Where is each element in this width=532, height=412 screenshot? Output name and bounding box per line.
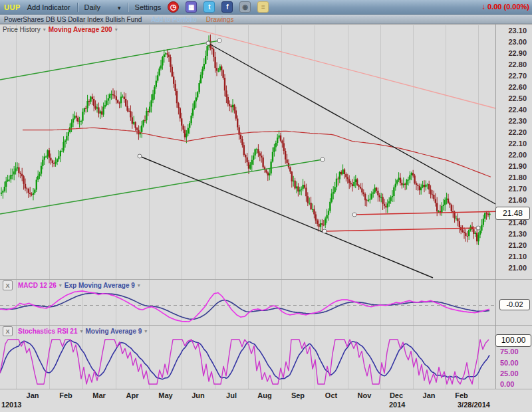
chevron-down-icon: ▾ xyxy=(80,328,82,334)
stoch-axis-label: 0.00 xyxy=(500,380,531,388)
price-axis-label: 21.90 xyxy=(496,162,527,170)
price-axis-label: 21.10 xyxy=(496,253,527,260)
macd-panel-header: X MACD 12 26 ▾ Exp Moving Average 9 ▾ xyxy=(3,280,140,290)
green-lower-channel-handle[interactable] xyxy=(321,157,325,161)
panel-divider xyxy=(0,24,532,25)
stoch-axis-label: 75.00 xyxy=(500,348,531,356)
tc2000-window: UUP Add Indicator Daily▾ Settings ◷ ▦ t … xyxy=(0,0,532,412)
price-axis-label: 22.00 xyxy=(496,151,527,159)
panel-divider xyxy=(0,389,532,389)
green-lower-channel[interactable] xyxy=(0,159,323,214)
last-price-badge: 21.48 xyxy=(495,207,530,220)
price-axis-label: 21.70 xyxy=(496,185,527,193)
price-axis-label: 23.10 xyxy=(496,27,527,35)
red-horizontal-lower-handle[interactable] xyxy=(323,229,327,233)
macd-signal-dropdown[interactable]: Exp Moving Average 9 xyxy=(65,282,135,289)
price-axis-label: 22.60 xyxy=(496,83,527,91)
chevron-down-icon: ▾ xyxy=(43,27,46,33)
green-upper-channel-handle[interactable] xyxy=(217,39,221,43)
price-axis-label: 22.10 xyxy=(496,140,527,148)
price-axis-label: 22.70 xyxy=(496,72,527,80)
macd-dropdown[interactable]: MACD 12 26 xyxy=(18,282,57,289)
black-downtrend-upper-handle[interactable] xyxy=(206,41,210,45)
macd-line xyxy=(0,291,489,322)
stoch-axis-label: 25.00 xyxy=(500,369,531,377)
green-upper-channel[interactable] xyxy=(0,41,219,80)
price-panel-header: Price History ▾ Moving Average 200 ▾ xyxy=(3,26,118,33)
macd-value-badge: -0.02 xyxy=(499,299,530,310)
red-horizontal-lower[interactable] xyxy=(325,228,478,231)
price-axis-label: 21.80 xyxy=(496,173,527,181)
ma200-dropdown[interactable]: Moving Average 200 xyxy=(49,26,112,33)
black-downtrend-long-handle[interactable] xyxy=(138,154,142,158)
price-axis-label: 22.20 xyxy=(496,128,527,136)
panel-divider[interactable] xyxy=(0,325,532,326)
stoch-axis-label: 50.00 xyxy=(500,359,531,367)
price-axis-label: 22.90 xyxy=(496,49,527,57)
chevron-down-icon: ▾ xyxy=(59,282,62,288)
price-history-dropdown[interactable]: Price History xyxy=(3,26,41,33)
stoch-plot[interactable] xyxy=(0,340,489,384)
stoch-panel-header: X Stochastics RSI 21 ▾ Moving Average 9 … xyxy=(3,326,147,336)
price-axis-label: 21.00 xyxy=(496,264,527,272)
red-horizontal-lower-handle[interactable] xyxy=(476,226,480,230)
close-icon[interactable]: X xyxy=(3,326,13,336)
stoch-ma-dropdown[interactable]: Moving Average 9 xyxy=(86,328,142,335)
chevron-down-icon: ▾ xyxy=(144,328,147,334)
panel-divider[interactable] xyxy=(0,279,532,280)
stoch-value-badge: 100.00 xyxy=(495,334,531,347)
price-axis-label: 22.50 xyxy=(496,94,527,102)
trendline-drawings[interactable] xyxy=(0,25,504,278)
price-axis-label: 21.60 xyxy=(496,196,527,204)
chevron-down-icon: ▾ xyxy=(115,27,118,33)
price-axis-label: 22.30 xyxy=(496,117,527,125)
stoch-dropdown[interactable]: Stochastics RSI 21 xyxy=(18,328,77,335)
chevron-down-icon: ▾ xyxy=(138,282,140,288)
price-axis-label: 22.80 xyxy=(496,60,527,68)
red-horizontal-upper-handle[interactable] xyxy=(352,213,356,217)
price-axis-label: 22.40 xyxy=(496,106,527,114)
close-icon[interactable]: X xyxy=(3,280,13,290)
price-axis-label: 21.30 xyxy=(496,230,527,238)
red-horizontal-upper[interactable] xyxy=(354,211,504,215)
price-axis-label: 21.20 xyxy=(496,241,527,249)
macd-signal-line xyxy=(0,293,489,319)
chart-canvas[interactable] xyxy=(0,0,532,412)
black-downtrend-long[interactable] xyxy=(140,156,433,278)
macd-plot[interactable] xyxy=(0,291,489,322)
price-axis-label: 23.00 xyxy=(496,38,527,46)
